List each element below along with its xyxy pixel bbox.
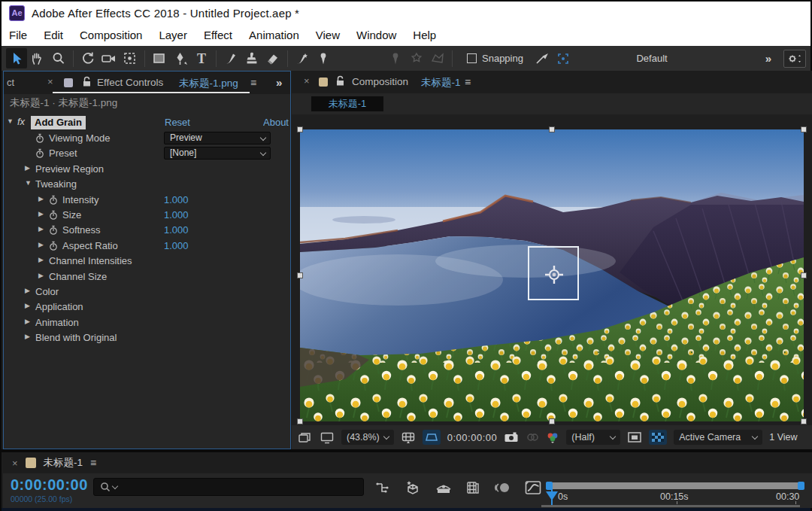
effect-header-row[interactable]: ▼ fx Add Grain Reset About: [4, 115, 290, 131]
snapshot-camera-icon[interactable]: [504, 431, 519, 443]
type-tool-icon[interactable]: T: [191, 48, 212, 68]
pen-tool-icon[interactable]: [170, 48, 191, 68]
preset-dropdown[interactable]: [None]: [164, 147, 271, 160]
menu-layer[interactable]: Layer: [159, 29, 187, 41]
navigator-end-handle[interactable]: [798, 482, 804, 490]
expand-triangle-icon[interactable]: ▶: [38, 256, 44, 263]
snap-along-edges-icon[interactable]: [533, 50, 550, 67]
property-group-row[interactable]: ▶ Animation: [4, 315, 290, 330]
rectangle-tool-icon[interactable]: [149, 48, 170, 68]
menu-composition[interactable]: Composition: [80, 29, 142, 41]
snapping-checkbox[interactable]: [467, 53, 477, 63]
snap-options-icon[interactable]: [555, 50, 571, 67]
expand-triangle-icon[interactable]: ▶: [25, 318, 30, 325]
stopwatch-icon[interactable]: [49, 241, 58, 254]
selection-handle[interactable]: [297, 418, 303, 424]
resolution-selector[interactable]: (Half): [566, 430, 620, 445]
region-of-interest-icon[interactable]: [627, 431, 642, 443]
expand-triangle-icon[interactable]: ▶: [38, 272, 44, 279]
menu-window[interactable]: Window: [356, 29, 396, 41]
show-channel-icon[interactable]: [546, 431, 559, 443]
selection-handle[interactable]: [801, 418, 807, 424]
property-group-row[interactable]: ▶ Application: [4, 300, 290, 315]
expand-triangle-icon[interactable]: ▶: [25, 164, 30, 172]
zoom-tool-icon[interactable]: [48, 48, 69, 68]
effect-name[interactable]: Add Grain: [31, 116, 86, 129]
stopwatch-icon[interactable]: [49, 225, 58, 238]
menu-help[interactable]: Help: [413, 29, 436, 41]
composition-mini-flowchart-icon[interactable]: [374, 480, 391, 495]
property-value[interactable]: 1.000: [164, 224, 189, 236]
reset-link[interactable]: Reset: [165, 117, 190, 128]
monitor-icon[interactable]: [320, 430, 335, 444]
project-tab-partial[interactable]: ct: [7, 77, 14, 88]
transparency-grid-icon[interactable]: [649, 430, 667, 445]
menu-view[interactable]: View: [316, 29, 340, 41]
motion-blur-icon[interactable]: [493, 480, 511, 495]
tab-close-icon[interactable]: ×: [304, 75, 310, 87]
panel-overflow-chevron[interactable]: »: [276, 76, 280, 89]
property-group-row[interactable]: ▶ Preview Region: [4, 162, 290, 177]
property-value[interactable]: 1.000: [164, 240, 189, 251]
expand-triangle-icon[interactable]: ▶: [38, 241, 44, 248]
rotation-tool-icon[interactable]: [77, 48, 98, 68]
tab-close-icon[interactable]: ×: [12, 458, 18, 469]
property-group-row[interactable]: ▶ Channel Intensities: [4, 254, 290, 269]
timeline-search-input[interactable]: [93, 478, 364, 496]
collapse-triangle-icon[interactable]: ▼: [7, 117, 14, 125]
show-snapshot-icon[interactable]: [526, 431, 539, 443]
frame-blending-icon[interactable]: [465, 480, 480, 495]
puppet-pin-tool-icon[interactable]: [313, 48, 334, 68]
selection-handle[interactable]: [801, 126, 807, 132]
expand-triangle-icon[interactable]: ▶: [25, 287, 30, 294]
selection-handle[interactable]: [297, 272, 303, 278]
stopwatch-icon[interactable]: [35, 148, 44, 161]
expand-triangle-icon[interactable]: ▶: [38, 195, 44, 202]
timeline-navigator-bar[interactable]: [546, 482, 804, 489]
graph-editor-icon[interactable]: [524, 479, 542, 496]
timeline-scrollbar[interactable]: [541, 505, 800, 507]
timeline-ruler[interactable]: 0s 00:15s 00:30: [541, 475, 812, 505]
playhead-icon[interactable]: [546, 491, 558, 500]
expand-triangle-icon[interactable]: ▶: [25, 333, 30, 340]
expand-triangle-icon[interactable]: ▶: [38, 225, 44, 233]
panel-menu-icon[interactable]: ≡: [250, 77, 256, 89]
tab-close-icon[interactable]: ×: [47, 76, 53, 87]
composition-name-tab[interactable]: 未标题-1: [311, 96, 383, 111]
hand-tool-icon[interactable]: [27, 48, 48, 68]
toolbar-overflow-chevron[interactable]: »: [765, 52, 770, 65]
stopwatch-icon[interactable]: [49, 210, 58, 223]
magnification-ratio-selector[interactable]: (43.8%): [341, 430, 394, 445]
stopwatch-icon[interactable]: [35, 133, 44, 146]
workspace-selector[interactable]: Default: [636, 53, 667, 64]
pan-behind-tool-icon[interactable]: [120, 48, 141, 68]
selection-handle[interactable]: [801, 272, 807, 278]
comp-timecode[interactable]: 0:00:00:00: [447, 432, 497, 443]
composition-tab-title[interactable]: Composition: [352, 76, 408, 87]
brush-tool-icon[interactable]: [220, 48, 241, 68]
camera-view-selector[interactable]: Active Camera: [674, 430, 762, 445]
expand-triangle-icon[interactable]: ▶: [25, 302, 30, 309]
composition-viewer[interactable]: [292, 114, 812, 425]
draft-3d-icon[interactable]: [404, 479, 422, 496]
effect-controls-tab-doc[interactable]: 未标题-1.png: [179, 77, 238, 90]
composition-tab-doc[interactable]: 未标题-1: [421, 76, 461, 90]
menu-edit[interactable]: Edit: [44, 29, 63, 41]
property-value[interactable]: 1.000: [164, 194, 189, 205]
cascade-windows-icon[interactable]: [298, 430, 313, 444]
selection-handle[interactable]: [549, 418, 555, 424]
grid-guides-icon[interactable]: [401, 430, 416, 444]
workspace-gear-icon[interactable]: [783, 50, 806, 68]
selection-handle[interactable]: [549, 126, 555, 132]
property-group-row[interactable]: ▶ Blend with Original: [4, 330, 290, 345]
menu-animation[interactable]: Animation: [249, 29, 299, 41]
selection-tool-icon[interactable]: [6, 48, 27, 68]
view-layout-selector[interactable]: 1 View: [769, 432, 797, 443]
viewing-mode-dropdown[interactable]: Preview: [164, 132, 271, 144]
lock-icon[interactable]: [335, 75, 345, 90]
expand-triangle-icon[interactable]: ▶: [38, 210, 44, 217]
panel-menu-icon[interactable]: ≡: [90, 457, 96, 469]
roto-brush-tool-icon[interactable]: [292, 48, 313, 68]
property-group-row[interactable]: ▶ Color: [4, 284, 290, 300]
panel-menu-icon[interactable]: ≡: [465, 76, 471, 88]
